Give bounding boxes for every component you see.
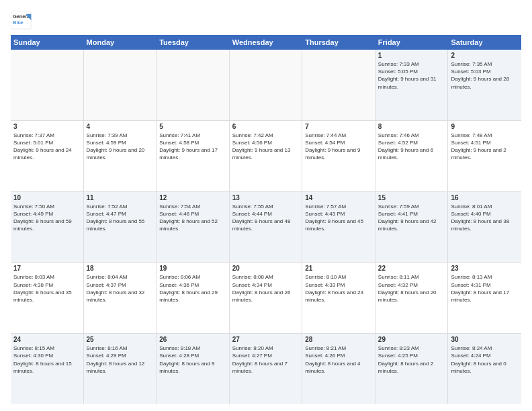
day-info: Sunrise: 7:50 AMSunset: 4:49 PMDaylight:… [13,203,81,233]
day-cell-14: 14Sunrise: 7:57 AMSunset: 4:43 PMDayligh… [302,192,375,263]
day-number: 13 [232,194,300,201]
day-cell-2: 2Sunrise: 7:35 AMSunset: 5:03 PMDaylight… [448,50,521,120]
empty-cell [84,50,157,120]
day-cell-3: 3Sunrise: 7:37 AMSunset: 5:01 PMDaylight… [11,121,84,191]
day-info: Sunrise: 8:03 AMSunset: 4:38 PMDaylight:… [13,273,81,304]
day-info: Sunrise: 8:24 AMSunset: 4:24 PMDaylight:… [451,345,519,375]
day-header-thursday: Thursday [302,35,375,50]
day-number: 21 [305,265,372,272]
day-number: 11 [87,194,154,201]
day-number: 24 [13,336,81,343]
day-info: Sunrise: 8:08 AMSunset: 4:34 PMDaylight:… [232,273,300,304]
day-number: 5 [159,123,226,130]
day-number: 10 [13,194,81,201]
day-cell-9: 9Sunrise: 7:48 AMSunset: 4:51 PMDaylight… [448,121,521,191]
day-info: Sunrise: 7:46 AMSunset: 4:52 PMDaylight:… [378,132,445,162]
day-header-monday: Monday [84,35,157,50]
day-cell-5: 5Sunrise: 7:41 AMSunset: 4:58 PMDaylight… [157,121,230,191]
day-number: 20 [232,265,300,272]
day-number: 25 [87,336,154,343]
day-cell-17: 17Sunrise: 8:03 AMSunset: 4:38 PMDayligh… [11,263,84,333]
day-number: 19 [159,265,226,272]
day-number: 6 [232,123,300,130]
empty-cell [230,50,303,120]
day-cell-11: 11Sunrise: 7:52 AMSunset: 4:47 PMDayligh… [84,192,157,263]
day-number: 27 [232,336,300,343]
calendar: SundayMondayTuesdayWednesdayThursdayFrid… [11,35,521,404]
day-info: Sunrise: 7:35 AMSunset: 5:03 PMDaylight:… [451,60,519,91]
day-number: 4 [87,123,154,130]
day-info: Sunrise: 8:06 AMSunset: 4:36 PMDaylight:… [159,273,226,304]
day-cell-23: 23Sunrise: 8:13 AMSunset: 4:31 PMDayligh… [448,263,521,333]
day-number: 30 [451,336,519,343]
header: General Blue [11,11,521,30]
day-header-tuesday: Tuesday [157,35,230,50]
day-number: 22 [378,265,445,272]
day-info: Sunrise: 8:21 AMSunset: 4:26 PMDaylight:… [305,345,372,375]
calendar-row-2: 3Sunrise: 7:37 AMSunset: 5:01 PMDaylight… [11,121,521,192]
day-number: 16 [451,194,519,201]
day-info: Sunrise: 7:39 AMSunset: 4:59 PMDaylight:… [87,132,154,162]
day-number: 28 [305,336,372,343]
day-cell-27: 27Sunrise: 8:20 AMSunset: 4:27 PMDayligh… [230,334,303,404]
calendar-row-3: 10Sunrise: 7:50 AMSunset: 4:49 PMDayligh… [11,192,521,263]
day-info: Sunrise: 7:42 AMSunset: 4:56 PMDaylight:… [232,132,300,162]
day-info: Sunrise: 8:13 AMSunset: 4:31 PMDaylight:… [451,273,519,304]
day-cell-22: 22Sunrise: 8:11 AMSunset: 4:32 PMDayligh… [375,263,449,333]
day-info: Sunrise: 8:16 AMSunset: 4:29 PMDaylight:… [87,345,154,375]
day-cell-8: 8Sunrise: 7:46 AMSunset: 4:52 PMDaylight… [375,121,449,191]
day-number: 12 [159,194,226,201]
day-cell-20: 20Sunrise: 8:08 AMSunset: 4:34 PMDayligh… [230,263,303,333]
day-cell-12: 12Sunrise: 7:54 AMSunset: 4:46 PMDayligh… [157,192,230,263]
day-cell-19: 19Sunrise: 8:06 AMSunset: 4:36 PMDayligh… [157,263,230,333]
day-cell-25: 25Sunrise: 8:16 AMSunset: 4:29 PMDayligh… [84,334,157,404]
empty-cell [11,50,84,120]
day-info: Sunrise: 7:44 AMSunset: 4:54 PMDaylight:… [305,132,372,162]
day-info: Sunrise: 8:11 AMSunset: 4:32 PMDaylight:… [378,273,445,304]
day-number: 26 [159,336,226,343]
empty-cell [302,50,375,120]
day-info: Sunrise: 7:54 AMSunset: 4:46 PMDaylight:… [159,203,226,233]
day-number: 15 [378,194,445,201]
day-info: Sunrise: 8:04 AMSunset: 4:37 PMDaylight:… [87,273,154,304]
day-info: Sunrise: 8:23 AMSunset: 4:25 PMDaylight:… [378,345,445,375]
day-cell-30: 30Sunrise: 8:24 AMSunset: 4:24 PMDayligh… [448,334,521,404]
day-number: 7 [305,123,372,130]
day-info: Sunrise: 7:41 AMSunset: 4:58 PMDaylight:… [159,132,226,162]
day-cell-4: 4Sunrise: 7:39 AMSunset: 4:59 PMDaylight… [84,121,157,191]
day-cell-7: 7Sunrise: 7:44 AMSunset: 4:54 PMDaylight… [302,121,375,191]
day-number: 9 [451,123,519,130]
day-number: 23 [451,265,519,272]
day-info: Sunrise: 7:57 AMSunset: 4:43 PMDaylight:… [305,203,372,233]
day-info: Sunrise: 7:52 AMSunset: 4:47 PMDaylight:… [87,203,154,233]
day-number: 18 [87,265,154,272]
day-header-wednesday: Wednesday [230,35,303,50]
calendar-body: 1Sunrise: 7:33 AMSunset: 5:05 PMDaylight… [11,50,521,404]
calendar-header: SundayMondayTuesdayWednesdayThursdayFrid… [11,35,521,50]
calendar-row-5: 24Sunrise: 8:15 AMSunset: 4:30 PMDayligh… [11,334,521,404]
day-header-friday: Friday [375,35,449,50]
day-header-saturday: Saturday [448,35,521,50]
logo-icon: General Blue [11,11,32,30]
day-cell-21: 21Sunrise: 8:10 AMSunset: 4:33 PMDayligh… [302,263,375,333]
logo: General Blue [11,11,32,30]
day-number: 2 [451,52,519,59]
day-number: 14 [305,194,372,201]
day-number: 8 [378,123,445,130]
day-cell-29: 29Sunrise: 8:23 AMSunset: 4:25 PMDayligh… [375,334,449,404]
day-cell-6: 6Sunrise: 7:42 AMSunset: 4:56 PMDaylight… [230,121,303,191]
day-cell-26: 26Sunrise: 8:18 AMSunset: 4:28 PMDayligh… [157,334,230,404]
day-cell-18: 18Sunrise: 8:04 AMSunset: 4:37 PMDayligh… [84,263,157,333]
day-info: Sunrise: 7:33 AMSunset: 5:05 PMDaylight:… [378,60,445,91]
day-number: 17 [13,265,81,272]
day-cell-1: 1Sunrise: 7:33 AMSunset: 5:05 PMDaylight… [375,50,449,120]
day-cell-15: 15Sunrise: 7:59 AMSunset: 4:41 PMDayligh… [375,192,449,263]
day-cell-10: 10Sunrise: 7:50 AMSunset: 4:49 PMDayligh… [11,192,84,263]
day-info: Sunrise: 7:37 AMSunset: 5:01 PMDaylight:… [13,132,81,162]
day-number: 3 [13,123,81,130]
day-cell-13: 13Sunrise: 7:55 AMSunset: 4:44 PMDayligh… [230,192,303,263]
day-info: Sunrise: 7:55 AMSunset: 4:44 PMDaylight:… [232,203,300,233]
day-info: Sunrise: 8:15 AMSunset: 4:30 PMDaylight:… [13,345,81,375]
day-cell-28: 28Sunrise: 8:21 AMSunset: 4:26 PMDayligh… [302,334,375,404]
page: General Blue SundayMondayTuesdayWednesda… [0,0,532,411]
